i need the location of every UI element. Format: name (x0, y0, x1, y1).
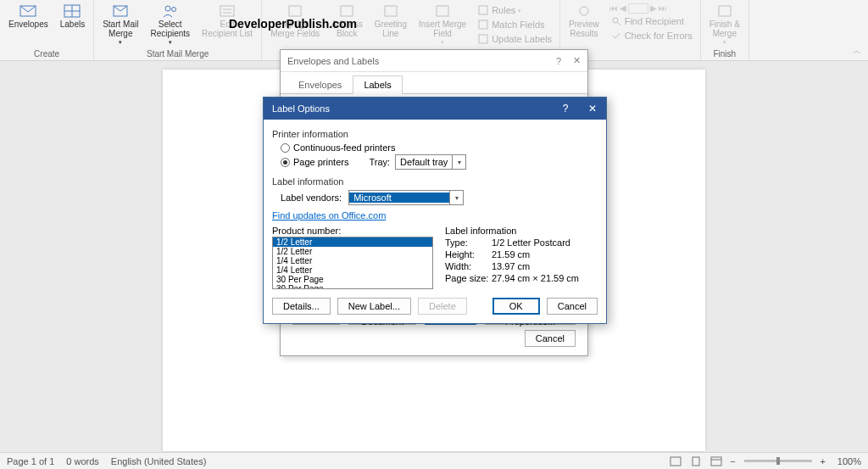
new-label-button[interactable]: New Label... (337, 298, 411, 315)
find-updates-link[interactable]: Find updates on Office.com (272, 210, 386, 221)
type-value: 1/2 Letter Postcard (492, 237, 570, 248)
help-icon[interactable]: ? (552, 98, 579, 120)
zoom-slider[interactable] (744, 460, 812, 462)
radio-continuous-feed[interactable]: Continuous-feed printers (281, 142, 598, 153)
people-icon (162, 3, 179, 19)
type-key: Type: (445, 237, 492, 248)
help-icon[interactable]: ? (556, 56, 561, 66)
select-recipients-button[interactable]: Select Recipients ▾ (147, 2, 193, 47)
svg-rect-23 (711, 457, 721, 466)
chevron-down-icon: ▾ (119, 39, 122, 46)
list-item[interactable]: 30 Per Page (273, 284, 432, 289)
insert-field-icon (434, 3, 451, 19)
update-labels-icon (477, 33, 489, 45)
greeting-icon (382, 3, 399, 19)
list-item[interactable]: 30 Per Page (273, 275, 432, 284)
start-mail-merge-button[interactable]: Start Mail Merge ▾ (99, 2, 142, 47)
zoom-value[interactable]: 100% (829, 456, 861, 466)
svg-rect-12 (385, 6, 397, 16)
zoom-thumb[interactable] (776, 457, 780, 465)
search-icon (610, 15, 622, 27)
view-print-layout-icon[interactable] (687, 455, 705, 468)
details-button[interactable]: Details... (272, 298, 331, 315)
envelopes-label: Envelopes (8, 20, 48, 29)
ribbon-group-finish: Finish & Merge ▾ Finish (701, 0, 749, 60)
product-number-listbox[interactable]: 1/2 Letter1/2 Letter1/4 Letter1/4 Letter… (272, 237, 433, 289)
height-value: 21.59 cm (492, 248, 530, 260)
chevron-down-icon: ▾ (449, 191, 463, 204)
close-icon[interactable]: ✕ (579, 98, 606, 120)
height-key: Height: (445, 248, 492, 260)
list-item[interactable]: 1/2 Letter (273, 247, 432, 256)
delete-button: Delete (418, 298, 467, 315)
list-item[interactable]: 1/2 Letter (273, 237, 432, 247)
chevron-down-icon: ▾ (441, 39, 444, 46)
product-number-label: Product number: (272, 226, 433, 236)
envelopes-button[interactable]: Envelopes (5, 2, 52, 47)
pagesize-key: Page size: (445, 272, 492, 284)
labels-label: Labels (60, 20, 85, 29)
vendors-combo[interactable]: Microsoft ▾ (348, 190, 464, 205)
status-page[interactable]: Page 1 of 1 (7, 456, 54, 466)
list-item[interactable]: 1/4 Letter (273, 265, 432, 275)
labels-icon (64, 3, 81, 19)
cancel-button[interactable]: Cancel (547, 298, 598, 315)
address-block-button: Address Block (328, 2, 366, 47)
tray-combo[interactable]: Default tray ▾ (395, 154, 466, 170)
finish-icon (716, 3, 733, 19)
select-recipients-label: Select Recipients (150, 20, 190, 38)
close-icon[interactable]: ✕ (573, 55, 581, 66)
radio-icon (281, 143, 290, 153)
view-read-mode-icon[interactable] (666, 455, 685, 468)
labels-button[interactable]: Labels (57, 2, 88, 47)
svg-rect-20 (719, 6, 731, 16)
zoom-out-icon[interactable]: − (726, 456, 738, 466)
envelope-icon (19, 3, 36, 19)
tab-envelopes[interactable]: Envelopes (287, 75, 353, 93)
label-options-titlebar[interactable]: Label Options ? ✕ (264, 98, 606, 120)
preview-icon (576, 3, 593, 19)
env-dialog-title: Envelopes and Labels (287, 56, 379, 66)
svg-rect-14 (479, 6, 487, 14)
radio-icon (281, 158, 290, 167)
greeting-line-button: Greeting Line (371, 2, 410, 47)
ribbon-group-finish-label: Finish (706, 47, 743, 60)
status-language[interactable]: English (United States) (111, 456, 207, 466)
status-words[interactable]: 0 words (66, 456, 99, 466)
view-web-layout-icon[interactable] (707, 455, 726, 468)
collapse-ribbon-icon[interactable]: ︿ (853, 45, 861, 57)
statusbar: Page 1 of 1 0 words English (United Stat… (0, 452, 868, 469)
next-record-icon: ▶ (650, 3, 657, 14)
edit-recipient-list-button: Edit Recipient List (198, 2, 256, 47)
svg-rect-21 (670, 457, 681, 466)
highlight-icon (287, 3, 303, 19)
tray-value: Default tray (396, 157, 452, 167)
vendors-label: Label vendors: (281, 193, 342, 203)
rules-button: Rules ▾ (475, 3, 554, 17)
env-dialog-titlebar[interactable]: Envelopes and Labels ? ✕ (281, 50, 587, 72)
svg-rect-15 (479, 20, 487, 29)
check-icon (610, 30, 622, 42)
chevron-down-icon: ▾ (723, 39, 726, 46)
radio-page-printers[interactable]: Page printers Tray: Default tray ▾ (281, 154, 598, 170)
svg-rect-10 (289, 6, 301, 16)
update-labels-button: Update Labels (475, 32, 554, 46)
match-fields-icon (477, 19, 489, 31)
right-info-label: Label information (445, 226, 598, 236)
edit-list-icon (219, 3, 236, 19)
tab-labels[interactable]: Labels (353, 75, 402, 94)
svg-point-18 (613, 18, 618, 23)
svg-rect-11 (341, 6, 353, 16)
ribbon-group-create-label: Create (5, 47, 88, 60)
finish-merge-button: Finish & Merge ▾ (706, 2, 743, 47)
zoom-in-icon[interactable]: + (817, 456, 829, 466)
printer-info-label: Printer information (272, 129, 598, 139)
svg-point-6 (171, 8, 175, 12)
record-box (628, 3, 648, 14)
env-cancel-button[interactable]: Cancel (525, 330, 576, 347)
highlight-merge-fields-button: Highlight Merge Fields (267, 2, 323, 47)
ok-button[interactable]: OK (492, 298, 540, 315)
insert-merge-field-button: Insert Merge Field ▾ (415, 2, 470, 47)
pagesize-value: 27.94 cm × 21.59 cm (492, 272, 579, 284)
list-item[interactable]: 1/4 Letter (273, 256, 432, 265)
